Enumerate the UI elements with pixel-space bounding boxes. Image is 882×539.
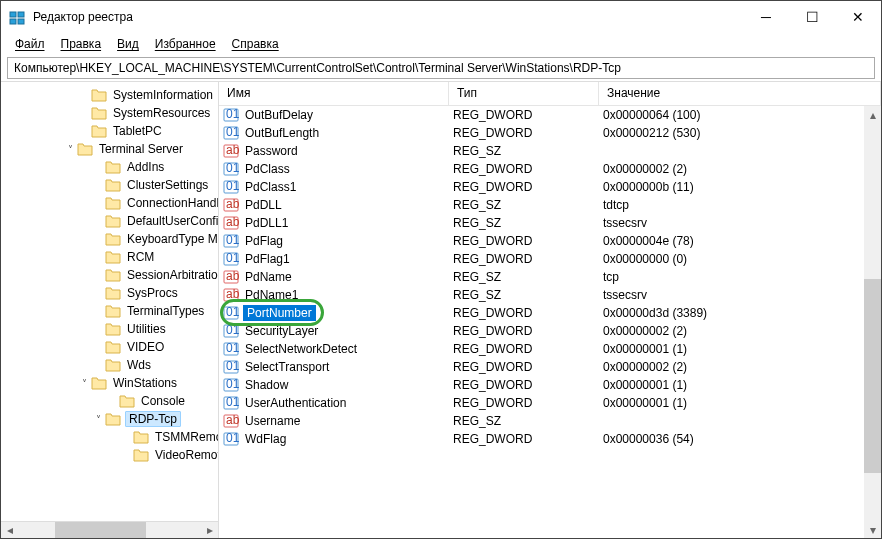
tree-node[interactable]: TSMMRemoting [5,428,219,446]
folder-icon [91,106,107,120]
tree-node-label: DefaultUserConfiguration [125,214,219,228]
tree-node[interactable]: VIDEO [5,338,219,356]
value-row[interactable]: PdClass1REG_DWORD0x0000000b (11) [219,178,881,196]
folder-icon [105,304,121,318]
tree-horizontal-scrollbar[interactable]: ◂ ▸ [1,521,218,538]
value-row[interactable]: PdNameREG_SZtcp [219,268,881,286]
value-name: Username [243,414,302,428]
value-row[interactable]: PdDLLREG_SZtdtcp [219,196,881,214]
value-type: REG_SZ [449,198,599,212]
dword-icon [223,233,239,249]
tree-node[interactable]: ConnectionHandler [5,194,219,212]
tree-node[interactable]: TerminalTypes [5,302,219,320]
tree-node[interactable]: RCM [5,248,219,266]
column-type[interactable]: Тип [449,82,599,105]
minimize-button[interactable]: ─ [743,1,789,33]
scroll-left-icon[interactable]: ◂ [1,522,18,539]
value-row[interactable]: SecurityLayerREG_DWORD0x00000002 (2) [219,322,881,340]
registry-editor-window: Редактор реестра ─ ☐ ✕ Файл Правка Вид И… [0,0,882,539]
value-row[interactable]: SelectTransportREG_DWORD0x00000002 (2) [219,358,881,376]
value-row[interactable]: WdFlagREG_DWORD0x00000036 (54) [219,430,881,448]
folder-icon [133,448,149,462]
menu-view[interactable]: Вид [111,35,145,53]
tree-node-label: RDP-Tcp [125,411,181,427]
tree-node[interactable]: SessionArbitrationHelper [5,266,219,284]
menu-favorites[interactable]: Избранное [149,35,222,53]
scroll-right-icon[interactable]: ▸ [201,522,218,539]
value-type: REG_SZ [449,414,599,428]
column-value[interactable]: Значение [599,82,881,105]
tree-node[interactable]: Console [5,392,219,410]
tree-node[interactable]: ˅RDP-Tcp [5,410,219,428]
chevron-down-icon[interactable]: ˅ [63,144,77,155]
chevron-down-icon[interactable]: ˅ [77,378,91,389]
window-controls: ─ ☐ ✕ [743,1,881,33]
menu-file[interactable]: Файл [9,35,51,53]
value-data: 0x00000064 (100) [599,108,881,122]
value-data: 0x00000212 (530) [599,126,881,140]
values-vertical-scrollbar[interactable]: ▴ ▾ [864,106,881,538]
value-row[interactable]: PdFlag1REG_DWORD0x00000000 (0) [219,250,881,268]
value-row[interactable]: UserAuthenticationREG_DWORD0x00000001 (1… [219,394,881,412]
value-type: REG_DWORD [449,306,599,320]
value-row[interactable]: PdDLL1REG_SZtssecsrv [219,214,881,232]
tree-node[interactable]: ˅WinStations [5,374,219,392]
scroll-up-icon[interactable]: ▴ [864,106,881,123]
value-data: 0x0000000b (11) [599,180,881,194]
string-icon [223,143,239,159]
tree-node[interactable]: SystemInformation [5,86,219,104]
dword-icon [223,161,239,177]
app-icon [9,9,25,25]
value-row[interactable]: PdFlagREG_DWORD0x0000004e (78) [219,232,881,250]
value-row[interactable]: OutBufLengthREG_DWORD0x00000212 (530) [219,124,881,142]
tree-node[interactable]: SystemResources [5,104,219,122]
value-row[interactable]: PasswordREG_SZ [219,142,881,160]
value-data: 0x00000001 (1) [599,396,881,410]
tree-node[interactable]: TabletPC [5,122,219,140]
value-type: REG_DWORD [449,126,599,140]
menu-edit[interactable]: Правка [55,35,108,53]
scroll-thumb[interactable] [55,522,147,538]
value-row[interactable]: SelectNetworkDetectREG_DWORD0x00000001 (… [219,340,881,358]
value-row[interactable]: UsernameREG_SZ [219,412,881,430]
tree-node[interactable]: Utilities [5,320,219,338]
value-name: PdDLL1 [243,216,290,230]
value-name: SecurityLayer [243,324,320,338]
tree-node[interactable]: AddIns [5,158,219,176]
value-row[interactable]: PdClassREG_DWORD0x00000002 (2) [219,160,881,178]
value-type: REG_DWORD [449,324,599,338]
tree-pane[interactable]: SystemInformationSystemResourcesTabletPC… [1,82,219,538]
value-row[interactable]: PortNumberREG_DWORD0x00000d3d (3389) [219,304,881,322]
scroll-down-icon[interactable]: ▾ [864,521,881,538]
value-row[interactable]: ShadowREG_DWORD0x00000001 (1) [219,376,881,394]
tree-node[interactable]: ClusterSettings [5,176,219,194]
tree-node[interactable]: KeyboardType Mapping [5,230,219,248]
dword-icon [223,359,239,375]
tree-node[interactable]: DefaultUserConfiguration [5,212,219,230]
address-bar[interactable]: Компьютер\HKEY_LOCAL_MACHINE\SYSTEM\Curr… [7,57,875,79]
tree-node[interactable]: Wds [5,356,219,374]
maximize-button[interactable]: ☐ [789,1,835,33]
value-name: Shadow [243,378,290,392]
value-data: tdtcp [599,198,881,212]
scroll-thumb[interactable] [864,279,881,473]
folder-icon [105,178,121,192]
value-data: 0x00000000 (0) [599,252,881,266]
value-name: PdDLL [243,198,284,212]
tree-node[interactable]: VideoRemoting [5,446,219,464]
value-data: tcp [599,270,881,284]
tree-node[interactable]: ˅Terminal Server [5,140,219,158]
value-row[interactable]: PdName1REG_SZtssecsrv [219,286,881,304]
menu-help[interactable]: Справка [226,35,285,53]
value-name: PdClass [243,162,292,176]
column-name[interactable]: Имя [219,82,449,105]
tree-node[interactable]: SysProcs [5,284,219,302]
value-name: PortNumber [243,305,316,321]
chevron-down-icon[interactable]: ˅ [91,414,105,425]
close-button[interactable]: ✕ [835,1,881,33]
body: SystemInformationSystemResourcesTabletPC… [1,81,881,538]
dword-icon [223,125,239,141]
value-row[interactable]: OutBufDelayREG_DWORD0x00000064 (100) [219,106,881,124]
string-icon [223,215,239,231]
value-type: REG_SZ [449,216,599,230]
